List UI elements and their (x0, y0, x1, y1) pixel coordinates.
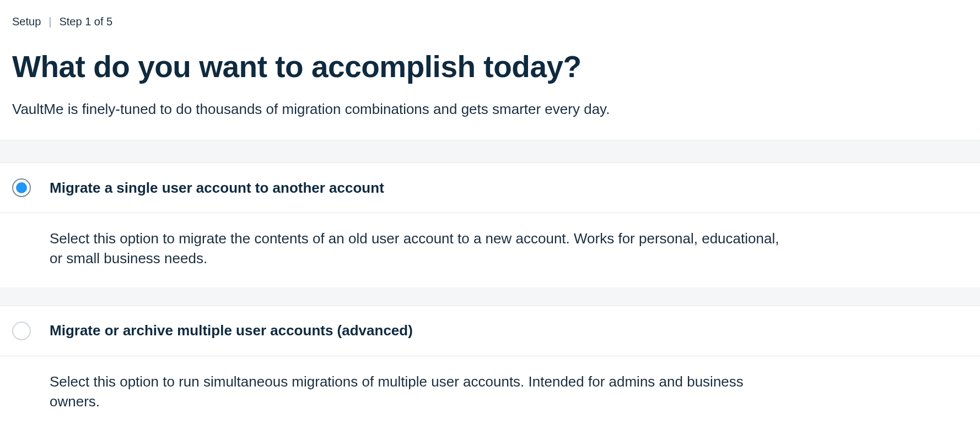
page-subtitle: VaultMe is finely-tuned to do thousands … (12, 101, 968, 118)
option-single-account-header[interactable]: Migrate a single user account to another… (0, 163, 980, 213)
option-multiple-accounts: Migrate or archive multiple user account… (0, 306, 980, 431)
radio-single-account[interactable] (12, 178, 31, 197)
breadcrumb: Setup | Step 1 of 5 (12, 15, 968, 28)
option-single-account-description: Select this option to migrate the conten… (0, 213, 799, 287)
page-title: What do you want to accomplish today? (12, 49, 968, 84)
breadcrumb-setup: Setup (12, 15, 41, 28)
breadcrumb-separator: | (49, 15, 51, 28)
breadcrumb-step: Step 1 of 5 (59, 15, 112, 28)
radio-selected-indicator (16, 182, 27, 193)
option-single-account: Migrate a single user account to another… (0, 163, 980, 287)
section-spacer (0, 140, 980, 163)
option-multiple-accounts-description: Select this option to run simultaneous m… (0, 356, 799, 431)
option-multiple-accounts-header[interactable]: Migrate or archive multiple user account… (0, 306, 980, 356)
option-single-account-title: Migrate a single user account to another… (50, 180, 384, 197)
radio-multiple-accounts[interactable] (12, 322, 31, 340)
option-spacer (0, 287, 980, 306)
page-header: Setup | Step 1 of 5 What do you want to … (0, 0, 980, 140)
option-multiple-accounts-title: Migrate or archive multiple user account… (50, 322, 413, 339)
